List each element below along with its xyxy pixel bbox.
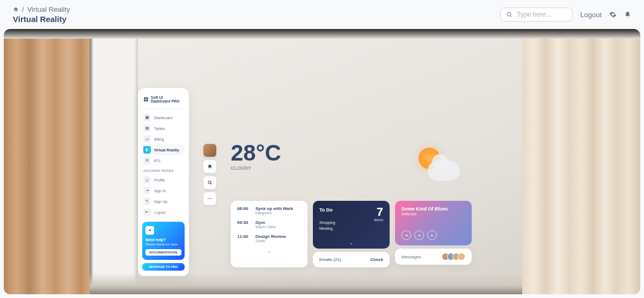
schedule-item[interactable]: 09:30 Gym World Class — [237, 220, 301, 229]
brand-text: Soft UI Dashboard PRO — [151, 96, 184, 103]
emails-check-button[interactable]: Check — [370, 257, 383, 262]
sidebar-item-label: Billing — [154, 137, 164, 141]
search-input[interactable] — [500, 8, 573, 21]
music-play-button[interactable] — [414, 230, 424, 240]
documentation-button[interactable]: DOCUMENTATION — [145, 249, 181, 256]
svg-rect-3 — [146, 97, 148, 99]
svg-rect-5 — [146, 99, 148, 101]
profile-icon: ☺ — [143, 176, 151, 184]
schedule-card: 08:00 Synk up with Mark Hangouts 09:30 G… — [231, 201, 308, 267]
avatar — [458, 253, 465, 260]
sidebar-item-tables[interactable]: ▤ Tables — [142, 123, 185, 134]
music-artist: Deftones — [401, 212, 465, 216]
sidebar-item-signup[interactable]: ✎ Sign Up — [142, 196, 185, 207]
music-next-button[interactable] — [427, 230, 437, 240]
schedule-title: Design Review — [255, 234, 301, 239]
tables-icon: ▤ — [143, 125, 151, 132]
quick-more-button[interactable] — [203, 192, 216, 205]
schedule-time: 09:30 — [237, 220, 250, 229]
vr-icon: ◧ — [143, 146, 151, 154]
svg-point-0 — [507, 12, 511, 16]
sidebar-item-signin[interactable]: ⇥ Sign In — [142, 185, 185, 196]
message-avatars — [442, 253, 465, 260]
schedule-time: 08:00 — [237, 206, 250, 215]
emails-label: Emails (21) — [319, 257, 341, 262]
todo-task: Meeting — [319, 226, 383, 232]
schedule-item[interactable]: 11:00 Design Review Zoom — [237, 234, 301, 243]
chevron-down-icon[interactable]: ⌄ — [237, 248, 301, 253]
billing-icon: ▭ — [143, 135, 151, 143]
temperature: 28°C — [231, 142, 281, 164]
logout-icon: ⇤ — [143, 208, 151, 216]
svg-point-8 — [208, 198, 209, 199]
sidebar-item-label: Logout — [154, 210, 165, 214]
logout-link[interactable]: Logout — [580, 11, 602, 19]
help-title: Need help? — [145, 238, 181, 242]
breadcrumb: / Virtual Reality — [13, 5, 70, 13]
sidebar-item-label: Sign Up — [154, 200, 167, 203]
sidebar-item-logout[interactable]: ⇤ Logout — [142, 207, 185, 217]
messages-card[interactable]: Messages — [395, 249, 472, 265]
schedule-sub: Hangouts — [255, 211, 301, 215]
svg-point-6 — [208, 181, 211, 184]
schedule-title: Synk up with Mark — [255, 206, 301, 211]
schedule-sub: Zoom — [255, 239, 301, 243]
help-card: ★ Need help? Please check our docs DOCUM… — [142, 222, 185, 260]
sidebar-item-label: Tables — [154, 127, 165, 130]
sidebar-item-profile[interactable]: ☺ Profile — [142, 175, 185, 185]
search-field[interactable] — [517, 11, 567, 18]
sidebar-item-label: RTL — [154, 159, 161, 163]
rtl-icon: ⟲ — [143, 157, 151, 164]
bell-icon[interactable] — [624, 11, 631, 18]
svg-line-1 — [510, 16, 511, 17]
signin-icon: ⇥ — [143, 187, 151, 194]
sidebar-item-billing[interactable]: ▭ Billing — [142, 134, 185, 144]
gear-icon[interactable] — [609, 11, 617, 18]
schedule-item[interactable]: 08:00 Synk up with Mark Hangouts — [237, 206, 301, 215]
home-icon[interactable] — [13, 6, 19, 12]
page-title: Virtual Reality — [13, 14, 70, 24]
nav-heading-account: ACCOUNT PAGES — [142, 166, 185, 175]
avatar[interactable] — [203, 144, 216, 157]
sidebar-item-virtual-reality[interactable]: ◧ Virtual Reality — [142, 144, 185, 155]
music-title: Some Kind Of Blues — [401, 206, 465, 212]
sidebar-item-label: Sign In — [154, 189, 166, 193]
breadcrumb-current: Virtual Reality — [27, 5, 70, 13]
sidebar-item-dashboard[interactable]: ▦ Dashboard — [142, 112, 185, 123]
todo-items-label: items — [374, 218, 383, 222]
signup-icon: ✎ — [143, 198, 151, 205]
upgrade-button[interactable]: UPGRADE TO PRO — [142, 263, 185, 271]
schedule-time: 11:00 — [237, 234, 250, 243]
sidebar-item-label: Dashboard — [154, 116, 172, 120]
breadcrumb-separator: / — [22, 5, 24, 13]
sidebar-item-label: Virtual Reality — [154, 148, 179, 152]
search-icon — [506, 11, 513, 18]
sidebar-brand[interactable]: Soft UI Dashboard PRO — [142, 93, 185, 109]
music-card: Some Kind Of Blues Deftones — [395, 201, 472, 245]
weather-icon — [409, 144, 463, 187]
help-icon: ★ — [145, 226, 154, 235]
sidebar: Soft UI Dashboard PRO ▦ Dashboard ▤ Tabl… — [138, 88, 189, 276]
svg-point-10 — [211, 198, 212, 199]
weather-condition: CLOUDY — [231, 165, 281, 171]
dashboard-icon: ▦ — [143, 114, 151, 121]
brand-icon — [143, 97, 149, 102]
todo-count: 7 — [374, 206, 383, 218]
svg-rect-2 — [144, 97, 145, 99]
sidebar-item-rtl[interactable]: ⟲ RTL — [142, 155, 185, 166]
todo-card: To Do Shopping Meeting 7 items ⌄ — [313, 201, 390, 249]
chevron-down-icon[interactable]: ⌄ — [349, 241, 353, 245]
todo-title: To Do — [319, 207, 383, 213]
emails-card: Emails (21) Check — [313, 252, 390, 267]
sidebar-item-label: Profile — [154, 178, 165, 182]
quick-search-button[interactable] — [203, 176, 216, 189]
music-prev-button[interactable] — [401, 230, 411, 240]
schedule-sub: World Class — [255, 225, 301, 229]
svg-rect-4 — [144, 99, 145, 101]
todo-task: Shopping — [319, 220, 383, 226]
weather-widget: 28°C CLOUDY — [231, 142, 281, 171]
quick-home-button[interactable] — [203, 160, 216, 173]
help-subtitle: Please check our docs — [145, 243, 181, 246]
svg-line-7 — [210, 183, 211, 184]
messages-label: Messages — [401, 255, 421, 259]
